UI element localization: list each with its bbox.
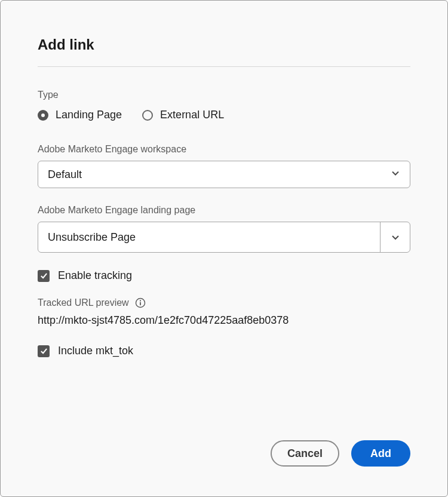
tracked-url-preview-value: http://mkto-sjst4785.com/1e2fc70d47225aa… xyxy=(38,314,410,327)
type-radio-group: Landing Page External URL xyxy=(38,109,410,121)
landing-page-select[interactable]: Unsubscribe Page xyxy=(38,222,410,253)
chevron-down-icon xyxy=(391,168,400,181)
radio-selected-icon xyxy=(38,110,48,121)
radio-landing-page[interactable]: Landing Page xyxy=(38,109,122,121)
svg-rect-2 xyxy=(140,302,141,306)
dialog-title: Add link xyxy=(38,36,410,53)
include-mkt-tok-label: Include mkt_tok xyxy=(58,345,133,357)
tracked-url-preview-label: Tracked URL preview xyxy=(38,297,129,308)
enable-tracking-label: Enable tracking xyxy=(58,269,132,282)
divider xyxy=(38,66,410,67)
tracked-url-preview-row: Tracked URL preview xyxy=(38,297,410,308)
chevron-down-icon xyxy=(380,222,410,252)
radio-external-url[interactable]: External URL xyxy=(142,109,224,121)
info-icon[interactable] xyxy=(135,297,146,308)
radio-unselected-icon xyxy=(142,110,153,121)
dialog-footer: Cancel Add xyxy=(271,440,410,467)
radio-landing-page-label: Landing Page xyxy=(56,109,122,121)
workspace-value: Default xyxy=(48,168,82,181)
enable-tracking-row: Enable tracking xyxy=(38,269,410,282)
enable-tracking-checkbox[interactable] xyxy=(38,270,50,282)
add-button[interactable]: Add xyxy=(351,440,410,467)
workspace-select[interactable]: Default xyxy=(38,161,410,188)
type-label: Type xyxy=(38,90,410,100)
include-mkt-tok-row: Include mkt_tok xyxy=(38,345,410,357)
checkmark-icon xyxy=(40,347,48,355)
landing-page-value: Unsubscribe Page xyxy=(48,231,136,244)
radio-external-url-label: External URL xyxy=(160,109,224,121)
workspace-label: Adobe Marketo Engage workspace xyxy=(38,144,410,155)
cancel-button[interactable]: Cancel xyxy=(271,440,339,467)
checkmark-icon xyxy=(40,272,48,280)
add-link-dialog: Add link Type Landing Page External URL … xyxy=(0,0,448,497)
svg-point-1 xyxy=(140,300,141,301)
include-mkt-tok-checkbox[interactable] xyxy=(38,345,50,357)
landing-page-label: Adobe Marketo Engage landing page xyxy=(38,205,410,216)
